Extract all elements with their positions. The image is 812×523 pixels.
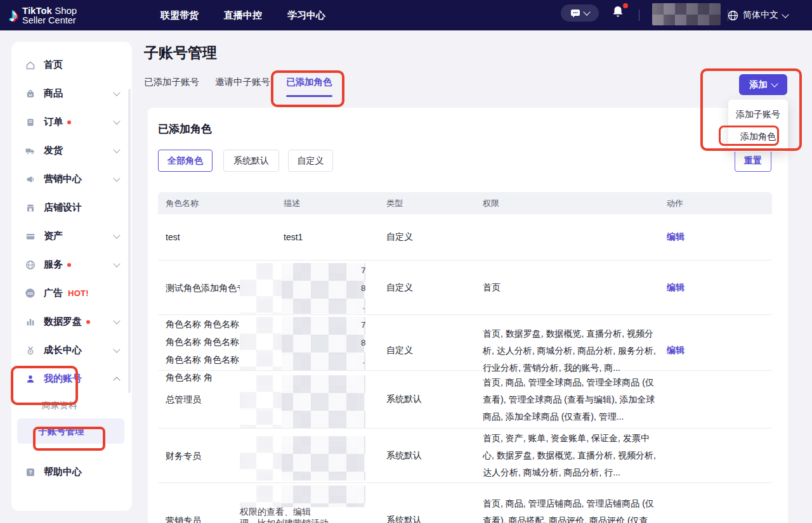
blurred-region — [240, 263, 365, 314]
sidebar-sublabel: 子账号管理 — [38, 425, 84, 437]
chat-button[interactable] — [561, 4, 599, 22]
chevron-down-icon — [782, 11, 789, 18]
role-name: 营销专员 — [166, 512, 248, 523]
sidebar-item-service[interactable]: 服务 — [11, 250, 132, 279]
sidebar-item-my-account[interactable]: 我的账号 — [11, 365, 132, 393]
language-label: 简体中文 — [743, 10, 778, 21]
notifications-button[interactable] — [612, 5, 627, 23]
sidebar-item-store-design[interactable]: 店铺设计 — [11, 193, 132, 222]
role-name: 财务专员 — [166, 447, 248, 465]
truck-icon — [25, 145, 36, 156]
tab-added-roles[interactable]: 已添加角色 — [286, 76, 332, 97]
chevron-down-icon — [113, 89, 120, 96]
sidebar-scrollbar[interactable] — [128, 89, 131, 393]
tab-bar: 已添加子账号 邀请中子账号 已添加角色 — [144, 76, 332, 97]
role-name: test — [166, 228, 248, 246]
chevron-down-icon — [113, 174, 120, 181]
sidebar-item-growth-center[interactable]: 成长中心 — [11, 336, 132, 365]
section-heading: 已添加角色 — [158, 122, 212, 136]
text-fragment: 8 — [361, 338, 366, 347]
sidebar-item-ads[interactable]: AD 广告 HOT! — [11, 279, 132, 307]
role-type: 自定义 — [386, 282, 483, 294]
text-fragment: · — [362, 358, 365, 367]
text-fragment: · — [362, 303, 365, 313]
chevron-down-icon — [113, 231, 120, 238]
menu-item-add-subaccount[interactable]: 添加子账号 — [728, 103, 788, 126]
sidebar-item-assets[interactable]: 资产 — [11, 222, 132, 250]
edit-link[interactable]: 编辑 — [664, 231, 772, 243]
filter-system-default[interactable]: 系统默认 — [223, 150, 279, 172]
role-type: 系统默认 — [386, 394, 483, 405]
nav-learning-center[interactable]: 学习中心 — [287, 10, 325, 22]
sidebar-item-subaccount-management[interactable]: 子账号管理 — [17, 418, 124, 444]
col-action: 动作 — [664, 198, 772, 209]
role-type: 系统默认 — [386, 515, 483, 523]
sidebar-label: 发货 — [44, 145, 63, 157]
sidebar-item-help-center[interactable]: ? 帮助中心 — [11, 458, 132, 486]
blurred-region — [240, 375, 365, 428]
sidebar-label: 服务 — [44, 259, 63, 271]
filter-all-roles[interactable]: 全部角色 — [158, 150, 213, 172]
menu-item-add-role[interactable]: 添加角色 — [728, 126, 788, 148]
table-header: 角色名称 描述 类型 权限 动作 — [158, 192, 772, 214]
sidebar-label: 资产 — [44, 230, 63, 242]
sidebar-item-data-compass[interactable]: 数据罗盘 — [11, 307, 132, 336]
table-row: test test1 自定义 编辑 — [158, 214, 772, 261]
add-dropdown-menu: 添加子账号 添加角色 — [728, 100, 788, 152]
avatar[interactable] — [652, 3, 721, 25]
add-button[interactable]: 添加 — [739, 74, 787, 95]
reset-button[interactable]: 重置 — [735, 150, 771, 172]
blurred-region — [240, 436, 365, 481]
sidebar-item-home[interactable]: 首页 — [11, 51, 132, 79]
role-perms: 首页, 数据罗盘, 数据概览, 直播分析, 视频分析, 达人分析, 商城分析, … — [483, 325, 657, 377]
add-button-label: 添加 — [750, 79, 768, 91]
blurred-region — [240, 317, 365, 370]
tab-invited-subaccounts[interactable]: 邀请中子账号 — [215, 76, 270, 97]
language-selector[interactable]: 简体中文 — [728, 0, 788, 30]
sidebar-item-merchant-profile[interactable]: 商家资料 — [11, 393, 132, 418]
sidebar-label: 成长中心 — [44, 344, 82, 356]
filter-custom[interactable]: 自定义 — [288, 150, 333, 172]
app-root: ♪ TikTok Shop Seller Center 联盟带货 直播中控 学习… — [0, 0, 812, 523]
nav-live-console[interactable]: 直播中控 — [224, 10, 262, 22]
sidebar-label: 帮助中心 — [44, 466, 82, 478]
text-fragment: 7 — [361, 266, 366, 275]
role-desc: test1 — [284, 232, 386, 242]
edit-link[interactable]: 编辑 — [664, 345, 772, 356]
question-icon: ? — [25, 467, 36, 477]
chevron-down-icon — [113, 117, 120, 124]
obscured-desc-line: 权限的查看、编辑 — [240, 507, 311, 518]
text-fragment: 7 — [361, 320, 366, 330]
sidebar-item-products[interactable]: 商品 — [11, 79, 132, 108]
red-dot-badge — [67, 120, 71, 124]
sidebar-item-marketing[interactable]: 营销中心 — [11, 165, 132, 193]
obscured-desc-line: 理，比如创建营销活动 — [240, 518, 329, 523]
sidebar-label: 数据罗盘 — [44, 316, 82, 328]
sidebar-label: 我的账号 — [44, 373, 82, 385]
hot-badge: HOT! — [68, 288, 89, 298]
col-role-name: 角色名称 — [166, 198, 284, 209]
edit-link[interactable]: 编辑 — [664, 282, 772, 294]
chevron-down-icon — [113, 260, 120, 267]
navbar-right: 简体中文 — [546, 0, 812, 30]
red-dot-badge — [86, 320, 90, 324]
text-fragment: 8 — [361, 283, 366, 293]
sidebar-label: 商品 — [44, 87, 63, 100]
tiktok-shop-logo[interactable]: ♪ TikTok Shop Seller Center — [9, 3, 77, 28]
role-type: 自定义 — [386, 231, 483, 243]
globe-icon — [728, 10, 738, 21]
sidebar-item-shipping[interactable]: 发货 — [11, 136, 132, 165]
chevron-down-icon — [113, 146, 120, 153]
navbar-links: 联盟带货 直播中控 学习中心 — [160, 0, 325, 30]
chevron-down-icon — [771, 80, 778, 87]
storefront-icon — [25, 202, 36, 213]
svg-text:?: ? — [29, 469, 32, 475]
nav-affiliate[interactable]: 联盟带货 — [160, 10, 199, 22]
sidebar-item-orders[interactable]: 订单 — [11, 108, 132, 136]
tab-added-subaccounts[interactable]: 已添加子账号 — [144, 76, 199, 97]
role-perms: 首页, 资产, 账单, 资金账单, 保证金, 发票中心, 数据罗盘, 数据概览,… — [483, 430, 657, 481]
logo-text: TikTok Shop Seller Center — [22, 6, 77, 25]
bar-chart-icon — [25, 316, 36, 327]
logo-seller-center: Seller Center — [22, 15, 76, 25]
chevron-down-icon — [583, 8, 590, 15]
